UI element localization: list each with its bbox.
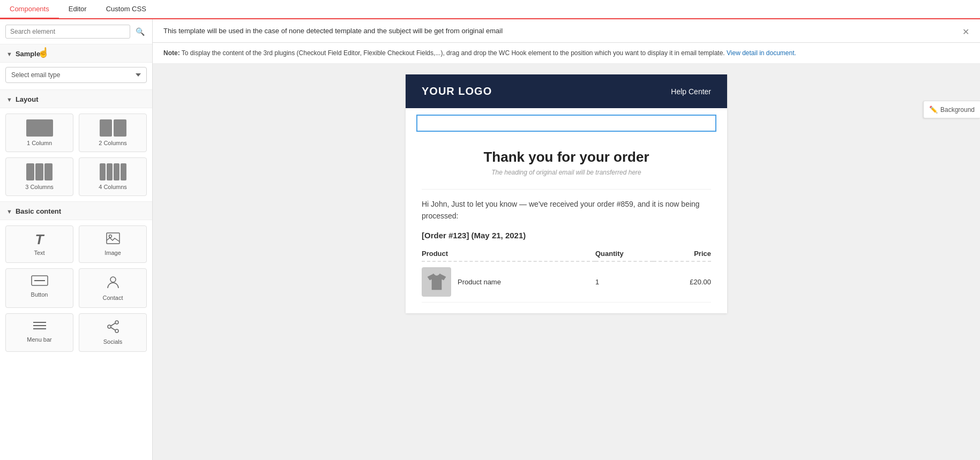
sidebar: 🔍 ▼ Sample ☝️ Select email type Order co… [0,19,153,460]
col-product: Product [422,246,595,261]
shirt-icon [427,273,446,291]
layout-1col[interactable]: 1 Column [5,114,73,152]
image-icon [106,232,120,246]
3col-label: 3 Columns [25,184,54,190]
tab-components[interactable]: Components [0,0,59,19]
quantity-cell: 1 [595,261,653,303]
template-title-bar: This template will be used in the case o… [153,19,980,43]
email-order-id: [Order #123] (May 21, 2021) [422,231,711,240]
layout-2col[interactable]: 2 Columns [79,114,147,152]
content-area: This template will be used in the case o… [153,19,980,460]
pencil-icon: ✏️ [929,105,938,114]
col-quantity: Quantity [595,246,653,261]
svg-point-8 [115,321,118,324]
main-layout: 🔍 ▼ Sample ☝️ Select email type Order co… [0,19,980,460]
note-body-text: To display the content of the 3rd plugin… [182,49,727,57]
4col-icon [100,163,126,180]
product-thumbnail [422,267,451,297]
layout-3col[interactable]: 3 Columns [5,157,73,196]
tab-custom-css[interactable]: Custom CSS [96,0,156,19]
email-subtitle: The heading of original email will be tr… [422,169,711,176]
image-label: Image [104,250,121,256]
background-label: Background [940,106,975,114]
text-label: Text [34,250,44,256]
top-tabs-bar: Components Editor Custom CSS [0,0,980,19]
layout-chevron-icon: ▼ [6,96,12,103]
layout-section-header[interactable]: ▼ Layout [0,90,152,108]
svg-point-10 [115,329,118,333]
1col-label: 1 Column [27,140,52,146]
tab-editor[interactable]: Editor [59,0,96,19]
basic-socials[interactable]: Socials [79,313,147,352]
product-cell: Product name [422,261,595,303]
top-notice-text: This template will be used in the case o… [163,27,503,35]
email-title: Thank you for your order [422,149,711,165]
note-label: Note: [163,49,180,57]
email-preview-wrapper: YOUR LOGO Help Center Thank you for your… [153,64,980,324]
basic-content-grid: T Text Image [0,220,152,357]
2col-icon [100,119,126,137]
email-selected-bar[interactable] [416,115,716,132]
search-bar: 🔍 [0,19,152,44]
menu-bar-label: Menu bar [27,336,51,343]
basic-button[interactable]: Button [5,268,73,308]
2col-label: 2 Columns [99,140,127,146]
order-table: Product Quantity Price [422,246,711,303]
note-link[interactable]: View detail in document. [727,49,796,57]
sample-section: ☝️ Select email type Order confirmation … [0,63,152,90]
email-help-center: Help Center [671,87,711,96]
layout-grid: 1 Column 2 Columns 3 Columns 4 Columns [0,108,152,202]
basic-content-label: Basic content [16,207,61,215]
email-type-select[interactable]: Select email type Order confirmation Ord… [5,67,147,83]
sample-section-header[interactable]: ▼ Sample [0,44,152,63]
email-greeting: Hi John, Just to let you know — we've re… [422,198,711,222]
sample-chevron-icon: ▼ [6,51,12,57]
search-button[interactable]: 🔍 [133,26,147,37]
svg-line-12 [111,328,115,330]
email-divider-1 [422,189,711,190]
svg-point-9 [108,325,111,328]
price-cell: £20.00 [653,261,711,303]
table-row: Product name 1 £20.00 [422,261,711,303]
background-button[interactable]: ✏️ Background [923,101,980,118]
svg-rect-0 [107,233,119,244]
email-preview: YOUR LOGO Help Center Thank you for your… [406,74,727,313]
close-icon[interactable]: ✕ [962,27,969,37]
text-icon: T [35,232,44,246]
product-name: Product name [458,278,501,286]
menu-bar-icon [32,320,47,333]
basic-image[interactable]: Image [79,225,147,263]
layout-label: Layout [16,95,39,103]
svg-point-4 [110,277,116,282]
basic-content-section-header[interactable]: ▼ Basic content [0,202,152,220]
basic-chevron-icon: ▼ [6,208,12,215]
note-bar: Note: To display the content of the 3rd … [153,43,980,64]
socials-icon [106,320,120,335]
4col-label: 4 Columns [99,184,127,190]
1col-icon [26,119,53,137]
col-price: Price [653,246,711,261]
svg-line-11 [111,323,115,326]
svg-point-1 [109,235,111,238]
email-logo: YOUR LOGO [422,85,492,97]
button-label: Button [31,291,48,298]
3col-icon [26,163,53,180]
basic-menu-bar[interactable]: Menu bar [5,313,73,352]
search-input[interactable] [5,25,130,39]
contact-label: Contact [103,295,123,301]
sample-label: Sample [16,50,40,58]
button-icon [31,275,48,288]
email-body: Thank you for your order The heading of … [406,138,727,313]
basic-contact[interactable]: Contact [79,268,147,308]
layout-4col[interactable]: 4 Columns [79,157,147,196]
basic-text[interactable]: T Text [5,225,73,263]
socials-label: Socials [103,338,122,345]
contact-icon [107,275,119,291]
email-header: YOUR LOGO Help Center [406,74,727,108]
